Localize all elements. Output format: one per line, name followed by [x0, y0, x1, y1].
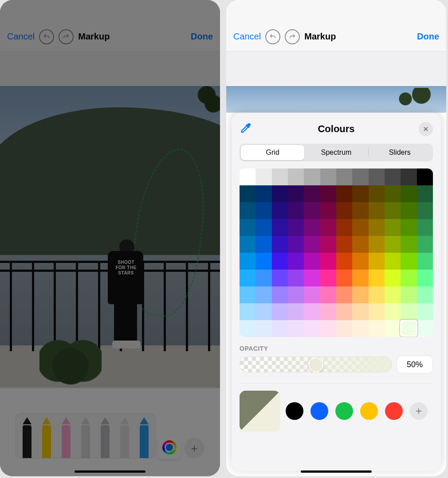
grid-cell[interactable] [401, 202, 417, 219]
opacity-slider[interactable] [240, 357, 392, 372]
grid-cell[interactable] [417, 185, 433, 202]
grid-cell[interactable] [288, 253, 304, 270]
grid-cell[interactable] [385, 303, 401, 320]
grid-cell[interactable] [240, 219, 255, 236]
grid-cell[interactable] [369, 270, 385, 286]
grid-cell[interactable] [304, 253, 320, 270]
grid-cell[interactable] [352, 236, 368, 253]
grid-cell[interactable] [304, 286, 320, 303]
grid-cell[interactable] [240, 185, 255, 202]
grid-cell[interactable] [352, 253, 368, 270]
grid-cell[interactable] [272, 270, 288, 286]
tab-sliders[interactable]: Sliders [368, 145, 432, 160]
color-picker-button[interactable] [158, 436, 181, 458]
grid-cell[interactable] [401, 303, 417, 320]
grid-cell[interactable] [401, 185, 417, 202]
grid-cell[interactable] [320, 202, 336, 219]
undo-button[interactable] [265, 29, 280, 44]
grid-cell[interactable] [288, 270, 304, 286]
done-button[interactable]: Done [191, 31, 213, 42]
grid-cell[interactable] [320, 320, 336, 337]
grid-cell[interactable] [417, 303, 433, 320]
tab-spectrum[interactable]: Spectrum [304, 145, 368, 160]
grid-cell[interactable] [352, 270, 368, 286]
preset-swatch[interactable] [360, 402, 378, 420]
preset-swatch[interactable] [335, 402, 353, 420]
tool-pen[interactable] [18, 415, 36, 458]
grid-cell[interactable] [240, 236, 255, 253]
tool-lasso[interactable] [96, 415, 114, 458]
grid-cell[interactable] [320, 168, 336, 185]
grid-cell[interactable] [369, 219, 385, 236]
tool-marker[interactable] [37, 415, 56, 458]
grid-cell[interactable] [369, 320, 385, 337]
tool-pencil[interactable] [135, 415, 153, 458]
tool-highlighter[interactable] [57, 415, 75, 458]
grid-cell[interactable] [288, 236, 304, 253]
grid-cell[interactable] [304, 202, 320, 219]
grid-cell[interactable] [255, 286, 271, 303]
grid-cell[interactable] [304, 303, 320, 320]
grid-cell[interactable] [288, 286, 304, 303]
grid-cell[interactable] [336, 168, 352, 185]
undo-button[interactable] [39, 29, 54, 44]
add-swatch-button[interactable]: + [410, 402, 428, 420]
grid-cell[interactable] [240, 270, 255, 286]
grid-cell[interactable] [304, 236, 320, 253]
tool-ruler[interactable] [115, 415, 134, 458]
grid-cell[interactable] [304, 270, 320, 286]
grid-cell[interactable] [272, 303, 288, 320]
photo-canvas[interactable]: SHOOT FOR THE STARS [0, 86, 220, 388]
grid-cell[interactable] [272, 185, 288, 202]
preset-swatch[interactable] [310, 402, 328, 420]
grid-cell[interactable] [352, 168, 368, 185]
grid-cell[interactable] [320, 303, 336, 320]
grid-cell[interactable] [272, 236, 288, 253]
grid-cell[interactable] [304, 168, 320, 185]
grid-cell[interactable] [255, 270, 271, 286]
grid-cell[interactable] [255, 219, 271, 236]
grid-cell[interactable] [288, 185, 304, 202]
grid-cell[interactable] [320, 253, 336, 270]
grid-cell[interactable] [336, 236, 352, 253]
grid-cell[interactable] [401, 286, 417, 303]
grid-cell[interactable] [385, 219, 401, 236]
add-tool-button[interactable]: + [184, 438, 204, 458]
grid-cell[interactable] [304, 185, 320, 202]
grid-cell[interactable] [369, 303, 385, 320]
grid-cell[interactable] [336, 303, 352, 320]
grid-cell[interactable] [288, 219, 304, 236]
grid-cell[interactable] [385, 320, 401, 337]
grid-cell[interactable] [320, 185, 336, 202]
grid-cell[interactable] [352, 320, 368, 337]
grid-cell[interactable] [352, 303, 368, 320]
grid-cell[interactable] [369, 202, 385, 219]
grid-cell[interactable] [288, 303, 304, 320]
close-button[interactable] [419, 122, 433, 136]
grid-cell[interactable] [255, 185, 271, 202]
grid-cell[interactable] [417, 320, 433, 337]
grid-cell[interactable] [385, 286, 401, 303]
grid-cell[interactable] [385, 185, 401, 202]
opacity-thumb[interactable] [308, 357, 323, 372]
redo-button[interactable] [59, 29, 74, 44]
grid-cell[interactable] [352, 185, 368, 202]
grid-cell[interactable] [352, 219, 368, 236]
grid-cell[interactable] [255, 320, 271, 337]
grid-cell[interactable] [320, 286, 336, 303]
grid-cell[interactable] [401, 168, 417, 185]
grid-cell[interactable] [240, 202, 255, 219]
preset-swatch[interactable] [286, 402, 303, 420]
grid-cell[interactable] [272, 286, 288, 303]
grid-cell[interactable] [272, 219, 288, 236]
grid-cell[interactable] [369, 168, 385, 185]
grid-cell[interactable] [336, 286, 352, 303]
tool-eraser[interactable] [76, 415, 95, 458]
grid-cell[interactable] [385, 168, 401, 185]
grid-cell[interactable] [417, 253, 433, 270]
tab-grid[interactable]: Grid [241, 145, 304, 160]
done-button[interactable]: Done [417, 31, 439, 42]
grid-cell[interactable] [336, 253, 352, 270]
grid-cell[interactable] [417, 286, 433, 303]
grid-cell[interactable] [417, 236, 433, 253]
